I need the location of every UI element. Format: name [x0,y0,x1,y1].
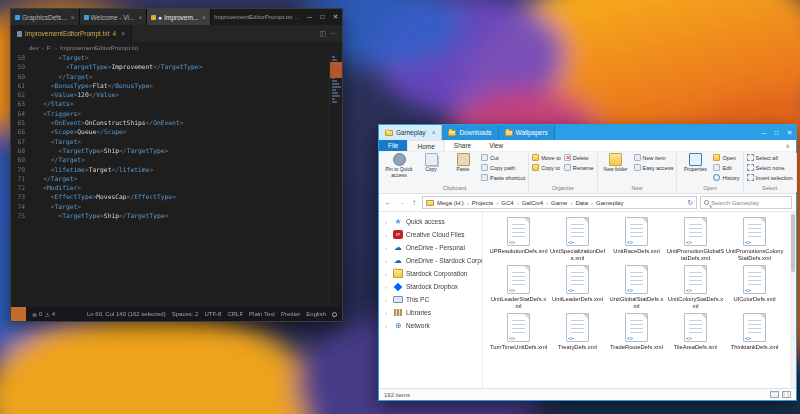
problems-indicator[interactable]: ⊗ 0 ⚠ 4 [32,311,55,318]
path-segment[interactable]: GC4 [501,200,513,206]
file-item[interactable]: <>UnitSpecializationDefs.xml [548,217,607,261]
chevron-expand-icon[interactable]: › [385,258,390,264]
address-box[interactable]: Mega (H:)›Projects›GC4›GalCiv4›Game›Data… [422,196,697,209]
chevron-expand-icon[interactable]: › [385,232,390,238]
file-item[interactable]: <>TileAreaDefs.xml [666,313,725,351]
edit-button[interactable]: Edit [713,163,739,172]
open-button[interactable]: Open [713,153,739,162]
status-item[interactable]: Plain Text [249,311,275,317]
editor-tab[interactable]: ImprovementEditorPrompt.txt 4 × [11,25,132,42]
path-segment[interactable]: Game [551,200,567,206]
paste-shortcut-button[interactable]: Paste shortcut [481,173,525,182]
copy-path-button[interactable]: Copy path [481,163,525,172]
file-item[interactable]: <>UnitRaceDefs.xml [607,217,666,261]
remote-indicator-icon[interactable] [11,307,26,321]
rename-button[interactable]: Rename [564,163,594,172]
bell-icon[interactable] [332,312,337,317]
sidebar-item[interactable]: ›Quick access [379,215,482,228]
file-item[interactable]: <>UIColorDefs.xml [725,265,784,309]
vscode-group-tab[interactable]: GraphicsDefs...× [11,9,80,25]
status-item[interactable]: Ln 60, Col 140 (162 selected) [87,311,166,317]
vscode-group-tab[interactable]: Welcome - Vi...× [80,9,148,25]
status-item[interactable]: Spaces: 2 [172,311,199,317]
vscode-title-bar[interactable]: GraphicsDefs...×Welcome - Vi...×● Improv… [11,9,342,25]
explorer-tab[interactable]: Gameplay× [379,125,442,140]
file-item[interactable]: <>UnitLeaderDefs.xml [548,265,607,309]
chevron-expand-icon[interactable]: › [385,284,390,290]
copy-to-button[interactable]: Copy to [532,163,561,172]
paste-button[interactable]: Paste [448,153,478,178]
file-item[interactable]: <>TreatyDefs.xml [548,313,607,351]
select-none-button[interactable]: Select none [747,163,793,172]
path-segment[interactable]: Gameplay [596,200,623,206]
editor[interactable]: 585960616263646566676869707172737475 <Ta… [11,53,342,307]
copy-button[interactable]: Copy [416,153,446,178]
file-item[interactable]: <>TurnTimeUnitDefs.xml [489,313,548,351]
new-folder-button[interactable]: New folder [601,153,631,173]
path-segment[interactable]: Data [575,200,588,206]
chevron-expand-icon[interactable]: › [385,297,390,303]
close-tab-icon[interactable]: × [71,14,75,21]
minimize-icon[interactable]: ─ [303,9,316,25]
close-tab-icon[interactable]: × [121,30,125,37]
path-segment[interactable]: GalCiv4 [522,200,543,206]
invert-selection-button[interactable]: Invert selection [747,173,793,182]
chevron-expand-icon[interactable]: › [385,271,390,277]
breadcrumb-item[interactable]: F: [47,45,52,51]
sidebar-item[interactable]: ›Libraries [379,306,482,319]
new-item-button[interactable]: New item [634,153,674,162]
status-item[interactable]: UTF-8 [204,311,221,317]
sidebar-item[interactable]: ›This PC [379,293,482,306]
pin-to-quick-access-button[interactable]: Pin to Quick access [384,153,414,178]
ribbon-tab-home[interactable]: Home [407,140,444,151]
explorer-title-bar[interactable]: Gameplay×DownloadsWallpapers ─ □ ✕ [379,125,796,140]
more-actions-icon[interactable]: ⋯ [330,30,337,38]
refresh-icon[interactable]: ↻ [687,199,693,207]
ribbon-tab-view[interactable]: View [480,140,512,151]
history-button[interactable]: History [713,173,739,182]
file-item[interactable]: <>UnitLeaderStatDefs.xml [489,265,548,309]
status-item[interactable]: CRLF [227,311,243,317]
status-item[interactable]: Prettier [281,311,300,317]
file-item[interactable]: <>UnitGlobalStatDefs.xml [607,265,666,309]
properties-button[interactable]: Properties [680,153,710,173]
move-to-button[interactable]: Move to [532,153,561,162]
up-icon[interactable]: ↑ [409,198,419,207]
sidebar-item[interactable]: ›Creative Cloud Files [379,228,482,241]
split-editor-icon[interactable]: ◫ [319,30,326,38]
minimap[interactable] [329,53,342,307]
code-area[interactable]: <Target> <TargetType>Improvement</Target… [28,53,328,307]
forward-icon[interactable]: → [396,198,406,207]
sidebar-item[interactable]: ›Network [379,319,482,332]
scrollbar[interactable] [790,212,796,388]
file-item[interactable]: <>ThinktankDefs.xml [725,313,784,351]
chevron-expand-icon[interactable]: › [385,245,390,251]
minimize-icon[interactable]: ─ [757,125,770,140]
chevron-expand-icon[interactable]: › [385,310,390,316]
search-input[interactable] [711,200,788,206]
file-list-area[interactable]: <>UPResolutionDefs.xml<>UnitSpecializati… [483,212,796,388]
breadcrumb-item[interactable]: ImprovementEditorPrompt.txt [60,45,138,51]
delete-button[interactable]: Delete [564,153,594,162]
collapse-ribbon-icon[interactable]: ∧ [780,140,796,151]
file-item[interactable]: <>UPResolutionDefs.xml [489,217,548,261]
maximize-icon[interactable]: □ [770,125,783,140]
search-box[interactable] [700,196,792,209]
details-view-icon[interactable] [770,391,779,398]
close-icon[interactable]: ✕ [329,9,342,25]
path-segment[interactable]: Projects [472,200,494,206]
file-item[interactable]: <>UnitPromotionGlobalStatDefs.xml [666,217,725,261]
status-item[interactable]: English [306,311,326,317]
easy-access-button[interactable]: Easy access [634,163,674,172]
cut-button[interactable]: Cut [481,153,525,162]
chevron-expand-icon[interactable]: › [385,323,390,329]
large-icons-view-icon[interactable] [782,391,791,398]
explorer-tab[interactable]: Wallpapers [499,125,555,140]
path-segment[interactable]: Mega (H:) [437,200,464,206]
select-all-button[interactable]: Select all [747,153,793,162]
sidebar-item[interactable]: ›Stardock Corporation [379,267,482,280]
ribbon-tab-share[interactable]: Share [445,140,480,151]
file-item[interactable]: <>UnitColonyStatDefs.xml [666,265,725,309]
ribbon-tab-file[interactable]: File [379,140,407,151]
sidebar-item[interactable]: ›OneDrive - Stardock Corporation [379,254,482,267]
